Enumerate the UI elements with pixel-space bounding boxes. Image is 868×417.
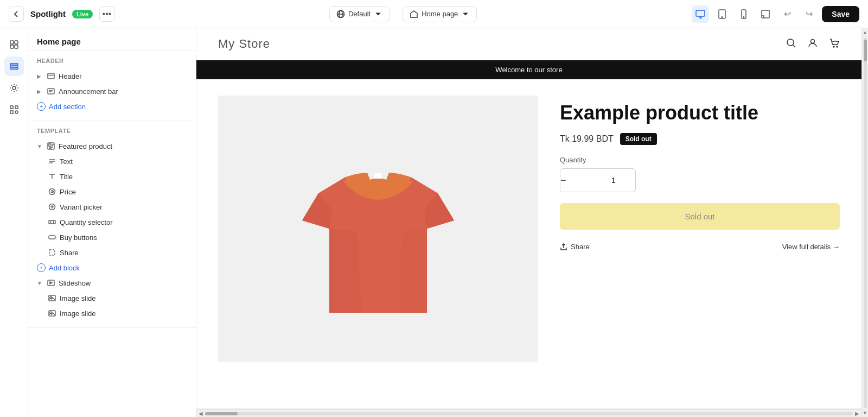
svg-point-7 (722, 16, 723, 17)
more-button[interactable]: ••• (99, 7, 114, 22)
sold-out-badge: Sold out (620, 133, 657, 145)
theme-selector[interactable]: Default (329, 6, 390, 22)
scroll-up-arrow[interactable]: ▲ (863, 29, 868, 35)
title-item[interactable]: Title (28, 169, 196, 184)
chevron-down-icon (374, 10, 382, 18)
text-icon (48, 157, 56, 166)
store-header-icons (786, 37, 840, 51)
variant-picker-label: Variant picker (60, 203, 187, 211)
search-icon[interactable] (786, 37, 796, 51)
price-item[interactable]: Price (28, 184, 196, 199)
share-item[interactable]: Share (28, 245, 196, 260)
scrollbar-thumb-vertical[interactable] (864, 40, 867, 61)
panel-content: Header ▶ Header ▶ Announcement bar (28, 51, 196, 417)
image-slide-2-item[interactable]: Image slide (28, 306, 196, 321)
header-icon (47, 72, 55, 80)
product-title: Example product title (560, 101, 840, 124)
chevron-right-icon: ▶ (37, 73, 43, 79)
svg-rect-21 (10, 111, 13, 113)
svg-line-50 (793, 45, 796, 47)
text-item[interactable]: Text (28, 154, 196, 169)
store-name: My Store (218, 37, 270, 51)
plus-circle-icon: + (37, 263, 46, 272)
theme-name: Default (348, 10, 371, 18)
svg-rect-17 (10, 68, 18, 70)
variant-picker-item[interactable]: Variant picker (28, 199, 196, 214)
view-full-details-link[interactable]: View full details → (782, 243, 840, 251)
page-selector[interactable]: Home page (403, 6, 477, 22)
share-icon (48, 248, 56, 257)
product-section: Example product title Tk 19.99 BDT Sold … (196, 79, 861, 378)
chevron-right-icon: ▶ (37, 89, 43, 94)
sidebar-icon-rail (0, 28, 28, 417)
announcement-bar-item[interactable]: ▶ Announcement bar (28, 84, 196, 99)
svg-rect-25 (48, 89, 54, 94)
scroll-down-arrow[interactable]: ▼ (863, 410, 868, 416)
quantity-selector-icon (48, 218, 56, 226)
image-slide-icon (48, 309, 56, 318)
custom-view-button[interactable] (757, 5, 774, 23)
svg-point-53 (837, 46, 838, 47)
product-image (275, 128, 481, 329)
undo-button[interactable]: ↩ (778, 5, 796, 23)
price-icon (48, 187, 56, 196)
slideshow-icon (47, 279, 55, 287)
scroll-left-arrow[interactable]: ◀ (199, 410, 203, 416)
image-slide-2-label: Image slide (60, 309, 187, 318)
quantity-input[interactable] (566, 176, 636, 185)
page-name: Home page (422, 10, 458, 18)
slideshow-item[interactable]: ▼ Slideshow (28, 275, 196, 290)
share-link[interactable]: Share (560, 243, 590, 251)
right-scrollbar: ▲ ▼ (861, 28, 868, 417)
product-info: Example product title Tk 19.99 BDT Sold … (560, 96, 840, 362)
svg-rect-43 (49, 250, 55, 255)
chevron-down-icon: ▼ (37, 280, 43, 286)
back-button[interactable] (9, 7, 24, 22)
sold-out-button: Sold out (560, 203, 840, 230)
desktop-view-button[interactable] (692, 5, 709, 23)
live-badge: Live (72, 10, 93, 18)
svg-point-22 (15, 111, 18, 113)
featured-product-item[interactable]: ▼ Featured product (28, 138, 196, 154)
share-item-label: Share (60, 249, 187, 257)
topbar-right: ↩ ↪ Save (692, 5, 859, 23)
scrollbar-thumb-horizontal[interactable] (205, 412, 238, 415)
product-image-container (218, 96, 538, 362)
save-button[interactable]: Save (822, 6, 859, 22)
header-item[interactable]: ▶ Header (28, 68, 196, 84)
buy-buttons-item[interactable]: Buy buttons (28, 230, 196, 245)
cart-icon[interactable] (829, 37, 840, 51)
text-item-label: Text (60, 157, 187, 166)
redo-button[interactable]: ↪ (800, 5, 818, 23)
svg-point-51 (811, 39, 815, 43)
featured-product-label: Featured product (59, 142, 187, 150)
svg-point-18 (12, 86, 16, 90)
image-slide-1-item[interactable]: Image slide (28, 290, 196, 306)
template-section-label: Template (28, 128, 196, 138)
announcement-text: Welcome to our store (495, 66, 562, 74)
tablet-view-button[interactable] (713, 5, 731, 23)
slideshow-label: Slideshow (59, 279, 187, 287)
quantity-decrease-button[interactable]: − (560, 169, 566, 192)
chevron-down-icon (461, 10, 470, 18)
nav-icon-apps[interactable] (4, 100, 24, 119)
account-icon[interactable] (807, 37, 818, 51)
bottom-scrollbar: ◀ ▶ (196, 409, 861, 417)
nav-icon-sections[interactable] (4, 35, 24, 54)
product-price-row: Tk 19.99 BDT Sold out (560, 133, 840, 145)
svg-rect-10 (762, 10, 769, 18)
quantity-selector-item[interactable]: Quantity selector (28, 214, 196, 230)
share-label: Share (571, 243, 590, 251)
header-section-label: Header (28, 58, 196, 68)
nav-icon-settings[interactable] (4, 78, 24, 98)
variant-picker-icon (48, 203, 56, 211)
mobile-view-button[interactable] (735, 5, 752, 23)
add-block-button[interactable]: + Add block (28, 260, 196, 275)
main-area: Home page Header ▶ Header ▶ Announc (0, 28, 868, 417)
panel-title: Home page (28, 28, 196, 51)
add-section-button[interactable]: + Add section (28, 99, 196, 114)
scroll-right-arrow[interactable]: ▶ (855, 410, 859, 416)
nav-icon-layers[interactable] (4, 56, 24, 76)
arrow-right-icon: → (833, 243, 840, 251)
add-section-label: Add section (49, 103, 86, 111)
